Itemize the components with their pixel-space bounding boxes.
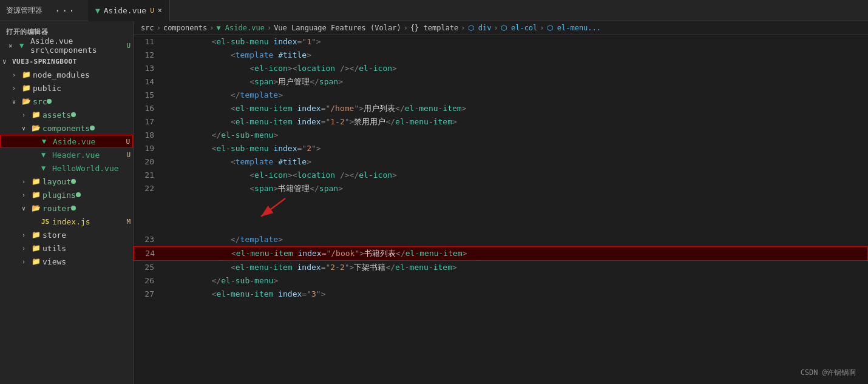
code-line-17: 17 <el-menu-item index="1-2">禁用用户</el-me… [134, 115, 868, 129]
line-content: <span>书籍管理</span> [174, 182, 868, 233]
code-line-22: 22 <span>书籍管理</span> [134, 182, 868, 233]
sidebar-item-components[interactable]: ∨ 📂 components [0, 121, 133, 135]
expand-arrow: › [22, 112, 32, 118]
project-name: VUE3-SPRINGBOOT [12, 58, 77, 66]
file-name: Aside.vue [53, 137, 95, 146]
line-number: 24 [134, 247, 164, 260]
breadcrumb-components: components [163, 24, 207, 32]
line-content: </template> [174, 233, 868, 246]
sidebar-item-index-js[interactable]: › JS index.js M [0, 215, 133, 228]
sidebar-item-src[interactable]: ∨ 📂 src [0, 95, 133, 108]
sidebar-item-public[interactable]: › 📁 public [0, 81, 133, 95]
breadcrumb-volar: Vue Language Features (Volar) [274, 24, 401, 32]
code-line-12: 12 <template #title> [134, 49, 868, 62]
line-content: <el-icon><location /></el-icon> [174, 62, 868, 75]
code-line-24: 24 <el-menu-item index="/book">书籍列表</el-… [134, 246, 868, 261]
sidebar-item-assets[interactable]: › 📁 assets [0, 108, 133, 121]
sidebar-item-helloworld-vue[interactable]: › ▼ HelloWorld.vue [0, 161, 133, 175]
expand-arrow: › [22, 178, 32, 185]
code-line-26: 26 </el-sub-menu> [134, 274, 868, 288]
line-content: <el-sub-menu index="2"> [174, 142, 868, 155]
sep: › [157, 24, 161, 32]
breadcrumb-elcol: ⬡ el-col [501, 24, 538, 32]
folder-icon: 📁 [32, 257, 42, 266]
more-options-icon[interactable]: ··· [55, 5, 76, 16]
modified-badge: M [126, 218, 131, 226]
folder-open-icon: 📂 [32, 204, 42, 212]
tab-aside-vue[interactable]: ▼ Aside.vue U × [88, 0, 170, 21]
modified-dot [71, 112, 76, 117]
unsaved-indicator: U [126, 42, 131, 50]
open-editor-item[interactable]: ✕ ▼ Aside.vue src\components U [0, 39, 133, 52]
breadcrumb-src: src [141, 24, 154, 32]
sidebar-item-views[interactable]: › 📁 views [0, 255, 133, 268]
sidebar-item-store[interactable]: › 📁 store [0, 228, 133, 241]
sep: › [404, 24, 408, 32]
line-number: 15 [134, 89, 164, 102]
line-content: <el-icon><location /></el-icon> [174, 169, 868, 182]
code-line-21: 21 <el-icon><location /></el-icon> [134, 169, 868, 182]
project-root[interactable]: ∨ VUE3-SPRINGBOOT [0, 55, 133, 68]
folder-name: views [42, 257, 66, 266]
right-panel: src › components › ▼ Aside.vue › Vue Lan… [134, 21, 868, 384]
folder-name: store [42, 231, 66, 240]
main-area: 打开的编辑器 ✕ ▼ Aside.vue src\components U ∨ … [0, 21, 868, 384]
code-line-16: 16 <el-menu-item index="/home">用户列表</el-… [134, 102, 868, 115]
sidebar-item-header-vue[interactable]: › ▼ Header.vue U [0, 148, 133, 161]
line-content: </template> [174, 89, 868, 102]
collapse-arrow: ∨ [12, 98, 22, 105]
folder-name: components [42, 124, 90, 133]
code-line-15: 15 </template> [134, 89, 868, 102]
unsaved-badge: U [126, 138, 130, 146]
open-file-name: Aside.vue src\components [30, 36, 126, 55]
sidebar-item-plugins[interactable]: › 📁 plugins [0, 188, 133, 201]
code-line-23: 23 </template> [134, 233, 868, 246]
folder-icon: 📁 [22, 70, 33, 79]
folder-icon: 📁 [32, 177, 42, 186]
sidebar-title: 资源管理器 [6, 5, 42, 16]
line-content: <el-menu-item index="/book">书籍列表</el-men… [174, 247, 867, 260]
sep: › [461, 24, 465, 32]
close-icon[interactable]: ✕ [8, 42, 19, 50]
code-line-11: 11 <el-sub-menu index="1"> [134, 35, 868, 49]
line-number: 19 [134, 142, 164, 155]
expand-arrow: › [22, 192, 32, 198]
folder-icon: 📁 [32, 110, 42, 119]
folder-icon: 📁 [32, 244, 42, 252]
sidebar-item-aside-vue[interactable]: › ▼ Aside.vue U [0, 135, 133, 148]
collapse-arrow: ∨ [22, 125, 32, 132]
modified-dot [71, 179, 76, 184]
folder-icon: 📁 [32, 190, 42, 199]
editor-area[interactable]: 11 <el-sub-menu index="1"> 12 <template … [134, 35, 868, 384]
sep: › [267, 24, 271, 32]
sidebar-item-layout[interactable]: › 📁 layout [0, 175, 133, 188]
line-number: 22 [134, 182, 164, 195]
breadcrumb-div: ⬡ div [468, 24, 492, 32]
line-number: 23 [134, 233, 164, 246]
tab-area: ▼ Aside.vue U × [88, 0, 862, 21]
sidebar-item-node-modules[interactable]: › 📁 node_modules [0, 68, 133, 81]
line-number: 26 [134, 274, 164, 288]
folder-name: layout [42, 177, 71, 186]
collapse-arrow: ∨ [2, 58, 12, 66]
sidebar-item-utils[interactable]: › 📁 utils [0, 241, 133, 255]
code-line-25: 25 <el-menu-item index="2-2">下架书籍</el-me… [134, 261, 868, 274]
watermark: CSDN @许锅锅啊 [801, 368, 856, 378]
folder-name: src [33, 97, 47, 106]
vue-file-icon: ▼ [41, 164, 52, 172]
folder-icon: 📁 [32, 231, 42, 239]
tab-close-button[interactable]: × [158, 6, 162, 15]
breadcrumb-template: {} template [410, 24, 458, 32]
folder-open-icon: 📂 [22, 97, 33, 106]
sidebar-item-router[interactable]: ∨ 📂 router [0, 201, 133, 215]
line-number: 14 [134, 75, 164, 89]
folder-name: router [42, 204, 71, 213]
line-number: 17 [134, 115, 164, 129]
code-line-14: 14 <span>用户管理</span> [134, 75, 868, 89]
sep: › [494, 24, 498, 32]
line-content: <el-menu-item index="1-2">禁用用户</el-menu-… [174, 115, 868, 129]
sidebar: 打开的编辑器 ✕ ▼ Aside.vue src\components U ∨ … [0, 21, 134, 384]
line-number: 13 [134, 62, 164, 75]
folder-open-icon: 📂 [32, 124, 42, 132]
line-content: </el-sub-menu> [174, 274, 868, 288]
